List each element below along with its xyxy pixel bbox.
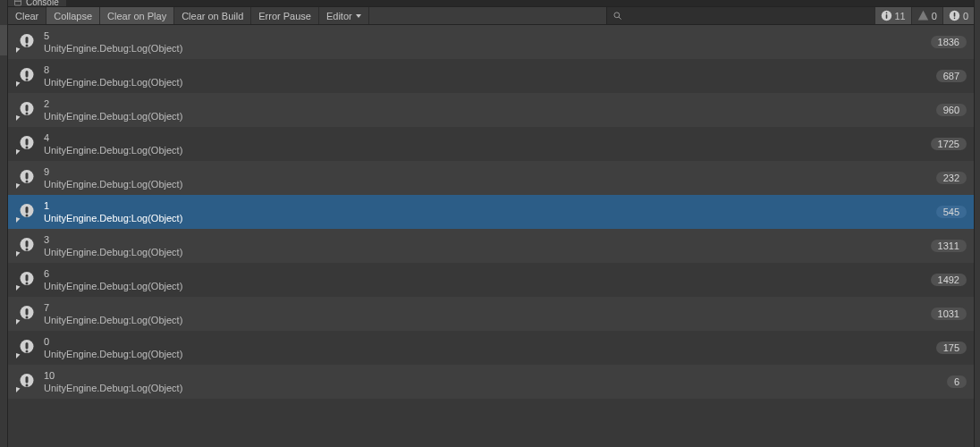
warning-icon [917,10,929,21]
svg-rect-15 [26,78,29,80]
log-text: 8UnityEngine.Debug:Log(Object) [44,63,931,89]
log-title: 7 [44,301,925,314]
log-count-badge: 232 [936,172,967,184]
console-panel: Console Clear Collapse Clear on Play Cle… [8,0,974,447]
log-row[interactable]: 2UnityEngine.Debug:Log(Object)960 [8,93,974,127]
log-title: 4 [44,131,925,144]
log-row[interactable]: 0UnityEngine.Debug:Log(Object)175 [8,331,974,365]
log-count-badge: 175 [936,342,967,354]
warn-counter[interactable]: 0 [911,7,942,24]
svg-rect-8 [954,13,956,17]
left-gutter [0,0,8,447]
svg-rect-41 [26,376,29,384]
speech-exclaim-icon [15,371,38,392]
info-icon [881,10,892,21]
info-counter[interactable]: 11 [874,7,911,24]
clear-button[interactable]: Clear [8,7,46,24]
log-title: 5 [44,30,925,42]
log-row[interactable]: 10UnityEngine.Debug:Log(Object)6 [8,365,974,399]
log-text: 2UnityEngine.Debug:Log(Object) [44,97,931,122]
speech-exclaim-icon [15,235,38,257]
collapse-label: Collapse [54,11,92,21]
console-icon [13,0,22,6]
speech-exclaim-icon [15,167,38,189]
tab-console[interactable]: Console [8,0,67,6]
log-title: 9 [44,165,931,178]
log-subtitle: UnityEngine.Debug:Log(Object) [44,212,931,224]
log-row[interactable]: 3UnityEngine.Debug:Log(Object)1311 [8,229,974,263]
svg-rect-9 [954,18,956,20]
toolbar: Clear Collapse Clear on Play Clear on Bu… [8,7,974,25]
svg-rect-0 [15,0,21,5]
log-count-badge: 1836 [931,36,967,48]
svg-rect-38 [26,342,29,350]
error-icon [949,10,960,21]
log-title: 3 [44,233,925,246]
log-subtitle: UnityEngine.Debug:Log(Object) [44,144,925,156]
log-text: 3UnityEngine.Debug:Log(Object) [44,233,925,258]
log-row[interactable]: 8UnityEngine.Debug:Log(Object)687 [8,59,974,93]
log-row[interactable]: 7UnityEngine.Debug:Log(Object)1031 [8,297,974,331]
speech-exclaim-icon [15,269,38,291]
toolbar-spacer [369,7,606,24]
svg-rect-27 [26,214,29,216]
log-row[interactable]: 9UnityEngine.Debug:Log(Object)232 [8,161,974,195]
info-count: 11 [895,11,906,21]
chevron-down-icon [356,14,361,18]
svg-rect-18 [26,112,29,114]
log-count-badge: 545 [936,206,967,218]
log-count-badge: 1031 [931,308,967,320]
search-input[interactable] [626,11,869,21]
log-row[interactable]: 5UnityEngine.Debug:Log(Object)1836 [8,25,974,59]
clear-label: Clear [15,11,38,21]
warn-count: 0 [932,11,937,21]
log-title: 6 [44,267,925,280]
log-title: 0 [44,335,931,348]
svg-rect-35 [26,308,29,316]
svg-rect-11 [26,37,29,44]
log-text: 5UnityEngine.Debug:Log(Object) [44,30,925,55]
log-count-badge: 1311 [931,240,967,252]
log-title: 10 [44,369,942,382]
error-pause-toggle[interactable]: Error Pause [251,7,319,24]
log-subtitle: UnityEngine.Debug:Log(Object) [44,382,942,394]
svg-rect-17 [26,105,29,112]
svg-rect-36 [26,316,29,318]
error-pause-label: Error Pause [258,11,311,21]
log-count-badge: 6 [947,375,967,388]
log-subtitle: UnityEngine.Debug:Log(Object) [44,110,931,122]
clear-on-play-toggle[interactable]: Clear on Play [100,7,174,24]
clear-on-build-label: Clear on Build [182,11,243,21]
log-subtitle: UnityEngine.Debug:Log(Object) [44,280,925,292]
log-text: 10UnityEngine.Debug:Log(Object) [44,369,942,394]
log-subtitle: UnityEngine.Debug:Log(Object) [44,314,925,326]
log-text: 9UnityEngine.Debug:Log(Object) [44,165,931,190]
tab-strip: Console [8,0,974,7]
log-text: 0UnityEngine.Debug:Log(Object) [44,335,931,360]
search-box[interactable] [606,7,874,24]
svg-rect-6 [885,14,887,19]
svg-rect-29 [26,240,29,248]
svg-rect-20 [26,139,29,146]
log-subtitle: UnityEngine.Debug:Log(Object) [44,42,925,55]
editor-label: Editor [326,11,352,21]
svg-rect-42 [26,384,29,386]
log-title: 2 [44,97,931,110]
log-count-badge: 1492 [931,274,967,286]
log-row[interactable]: 1UnityEngine.Debug:Log(Object)545 [8,195,974,229]
right-gutter [974,0,980,447]
log-subtitle: UnityEngine.Debug:Log(Object) [44,246,925,258]
speech-exclaim-icon [15,65,38,87]
collapse-toggle[interactable]: Collapse [46,7,100,24]
log-count-badge: 687 [936,70,967,82]
editor-dropdown[interactable]: Editor [319,7,369,24]
log-row[interactable]: 6UnityEngine.Debug:Log(Object)1492 [8,263,974,297]
log-count-badge: 960 [936,104,967,116]
svg-rect-26 [26,207,29,214]
clear-on-build-toggle[interactable]: Clear on Build [174,7,251,24]
log-row[interactable]: 4UnityEngine.Debug:Log(Object)1725 [8,127,974,161]
svg-rect-21 [26,146,29,148]
log-list[interactable]: 5UnityEngine.Debug:Log(Object)1836 8Unit… [8,25,974,447]
log-title: 8 [44,63,931,76]
error-counter[interactable]: 0 [942,7,974,24]
